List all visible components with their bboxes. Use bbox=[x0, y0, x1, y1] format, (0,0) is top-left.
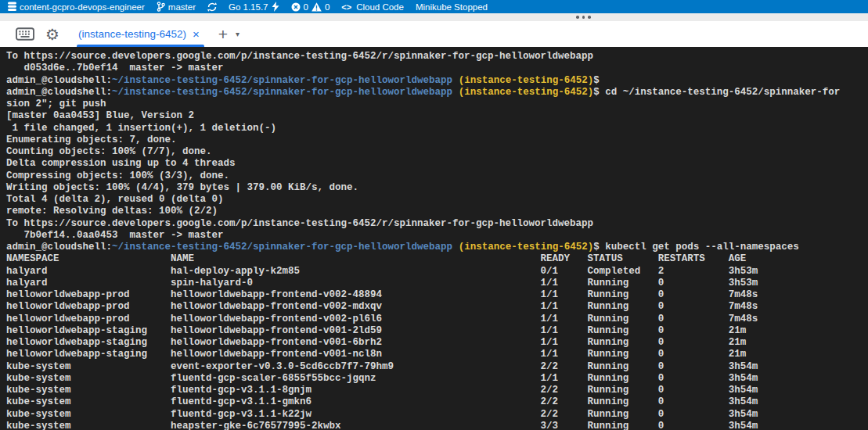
statusbar-branch-item[interactable]: master bbox=[157, 2, 196, 12]
warning-icon bbox=[312, 2, 322, 12]
terminal-line: To https://source.developers.google.com/… bbox=[6, 51, 868, 63]
terminal-line: helloworldwebapp-staging helloworldwebap… bbox=[6, 349, 868, 360]
git-branch-icon bbox=[157, 2, 165, 12]
tab-options-button[interactable]: ▾ bbox=[236, 30, 240, 38]
statusbar-project-item[interactable]: content-gcpro-devops-engineer bbox=[8, 2, 145, 12]
tab-active-indicator bbox=[77, 45, 204, 47]
terminal-line: helloworldwebapp-staging helloworldwebap… bbox=[6, 325, 868, 337]
statusbar-sync-item[interactable] bbox=[207, 2, 217, 12]
terminal-line: kube-system fluentd-gcp-v3.1.1-gmkn6 2/2… bbox=[6, 396, 868, 408]
terminal-line: Compressing objects: 100% (3/3), done. bbox=[6, 170, 868, 182]
project-label: content-gcpro-devops-engineer bbox=[20, 2, 145, 12]
terminal-line: [master 0aa0453] Blue, Version 2 bbox=[6, 110, 868, 122]
terminal-line: Counting objects: 100% (7/7), done. bbox=[6, 146, 868, 158]
terminal-line: NAMESPACE NAME READY STATUS RESTARTS AGE bbox=[6, 253, 868, 265]
minikube-status-label: Minikube Stopped bbox=[416, 2, 488, 12]
tab-instance-testing-6452[interactable]: (instance-testing-6452) × bbox=[77, 21, 204, 47]
error-count: 0 bbox=[304, 2, 308, 12]
close-icon[interactable]: × bbox=[193, 29, 200, 40]
panel-resize-strip[interactable] bbox=[0, 13, 868, 21]
terminal-line: admin_@cloudshell:~/instance-testing-645… bbox=[6, 87, 868, 99]
terminal-line: remote: Resolving deltas: 100% (2/2) bbox=[6, 206, 868, 217]
statusbar-go-item[interactable]: Go 1.15.7 bbox=[229, 2, 279, 12]
terminal-line: kube-system event-exporter-v0.3.0-5cd6cc… bbox=[6, 361, 868, 373]
terminal-output: To https://source.developers.google.com/… bbox=[6, 51, 868, 430]
database-icon bbox=[8, 2, 16, 12]
statusbar-minikube-item[interactable]: Minikube Stopped bbox=[416, 2, 488, 12]
terminal-line: Enumerating objects: 7, done. bbox=[6, 134, 868, 146]
statusbar-cloud-code-item[interactable]: <> Cloud Code bbox=[341, 2, 404, 12]
terminal-line: Writing objects: 100% (4/4), 379 bytes |… bbox=[6, 182, 868, 194]
terminal-line: kube-system fluentd-gcp-scaler-6855f55bc… bbox=[6, 373, 868, 385]
terminal-line: kube-system fluentd-gcp-v3.1.1-k22jw 2/2… bbox=[6, 409, 868, 421]
terminal-line: helloworldwebapp-prod helloworldwebapp-f… bbox=[6, 301, 868, 313]
terminal-line: sion 2"; git push bbox=[6, 99, 868, 110]
terminal-line: admin_@cloudshell:~/instance-testing-645… bbox=[6, 75, 868, 87]
go-version-label: Go 1.15.7 bbox=[229, 2, 268, 12]
terminal-tab-bar: ⚙ (instance-testing-6452) × + ▾ bbox=[0, 21, 868, 47]
add-tab-button[interactable]: + bbox=[218, 27, 228, 41]
plus-icon: + bbox=[218, 27, 228, 41]
terminal-line: helloworldwebapp-prod helloworldwebapp-f… bbox=[6, 314, 868, 325]
terminal[interactable]: To https://source.developers.google.com/… bbox=[0, 47, 868, 430]
sync-icon bbox=[207, 2, 217, 12]
terminal-line: 7b0ef14..0aa0453 master -> master bbox=[6, 230, 868, 242]
branch-label: master bbox=[168, 2, 196, 12]
gear-icon: ⚙ bbox=[45, 27, 59, 42]
drag-handle-icon[interactable] bbox=[576, 16, 591, 19]
terminal-line: halyard spin-halyard-0 1/1 Running 0 3h5… bbox=[6, 278, 868, 289]
terminal-line: 1 file changed, 1 insertion(+), 1 deleti… bbox=[6, 123, 868, 134]
lightning-icon bbox=[272, 2, 279, 12]
warning-count: 0 bbox=[325, 2, 330, 12]
cloud-code-label: Cloud Code bbox=[356, 2, 404, 12]
tab-label: (instance-testing-6452) bbox=[78, 28, 186, 40]
code-brackets-icon: <> bbox=[341, 2, 351, 12]
terminal-line: admin_@cloudshell:~/instance-testing-645… bbox=[6, 242, 868, 253]
statusbar-problems-item[interactable]: 0 0 bbox=[291, 2, 330, 12]
terminal-line: halyard hal-deploy-apply-k2m85 0/1 Compl… bbox=[6, 266, 868, 278]
status-bar: content-gcpro-devops-engineer master Go … bbox=[0, 0, 868, 13]
settings-button[interactable]: ⚙ bbox=[45, 27, 59, 42]
terminal-line: d053d6e..7b0ef14 master -> master bbox=[6, 63, 868, 74]
keyboard-icon bbox=[16, 27, 34, 41]
terminal-line: kube-system heapster-gke-6c76577995-2kwb… bbox=[6, 421, 868, 430]
chevron-down-icon: ▾ bbox=[236, 30, 240, 38]
terminal-line: Total 4 (delta 2), reused 0 (delta 0) bbox=[6, 194, 868, 206]
error-icon bbox=[291, 2, 301, 12]
terminal-line: helloworldwebapp-prod helloworldwebapp-f… bbox=[6, 289, 868, 301]
terminal-line: Delta compression using up to 4 threads bbox=[6, 158, 868, 170]
keyboard-button[interactable] bbox=[16, 27, 34, 41]
terminal-line: To https://source.developers.google.com/… bbox=[6, 218, 868, 230]
terminal-line: kube-system fluentd-gcp-v3.1.1-8gnjm 2/2… bbox=[6, 385, 868, 396]
terminal-line: helloworldwebapp-staging helloworldwebap… bbox=[6, 337, 868, 349]
